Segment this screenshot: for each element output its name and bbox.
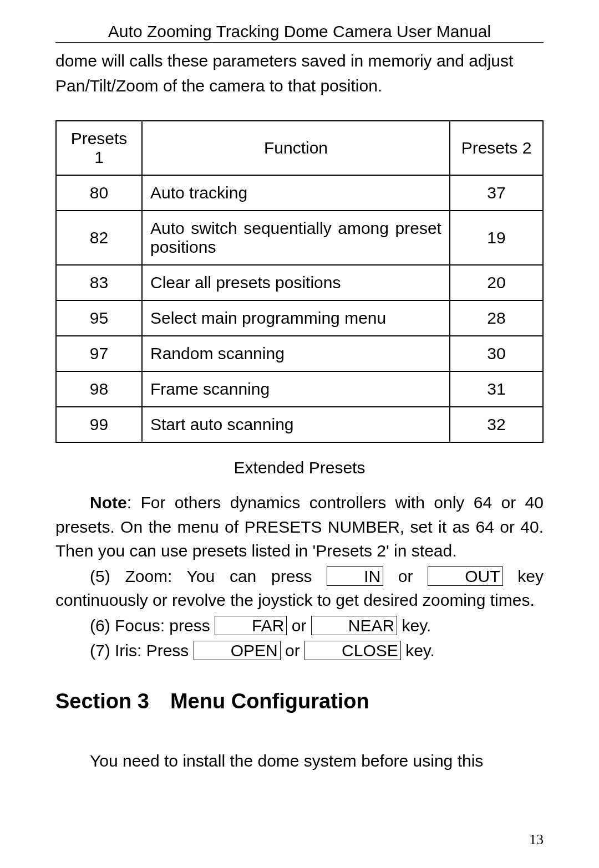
table-row: 83 Clear all presets positions 20 — [56, 265, 543, 300]
word: among — [338, 219, 389, 238]
cell-fn: Frame scanning — [142, 371, 450, 407]
cell-p1: 97 — [56, 336, 142, 371]
text: or — [383, 567, 428, 585]
cell-p1: 99 — [56, 407, 142, 442]
text: or — [287, 616, 311, 635]
page-number: 13 — [529, 831, 544, 848]
presets-table: Presets 1 Function Presets 2 80 Auto tra… — [55, 120, 544, 443]
note-paragraph: Note: For others dynamics controllers wi… — [55, 491, 544, 563]
cell-fn: Select main programming menu — [142, 300, 450, 336]
word: preset — [395, 219, 441, 238]
cell-p2: 19 — [450, 211, 543, 265]
table-row: 82 Auto switch sequentially among preset… — [56, 211, 543, 265]
cell-p1: 80 — [56, 175, 142, 211]
table-row: 95 Select main programming menu 28 — [56, 300, 543, 336]
step-5: (5) Zoom: You can press IN or OUT key co… — [55, 564, 544, 612]
keycap-out: OUT — [428, 566, 502, 586]
cell-p2: 30 — [450, 336, 543, 371]
text: key. — [397, 616, 431, 635]
section-intro: You need to install the dome system befo… — [55, 749, 544, 773]
cell-p1: 95 — [56, 300, 142, 336]
cell-fn: Start auto scanning — [142, 407, 450, 442]
keycap-near: NEAR — [311, 616, 397, 635]
text: key. — [401, 641, 435, 660]
cell-p1: 82 — [56, 211, 142, 265]
table-row: 98 Frame scanning 31 — [56, 371, 543, 407]
table-row: 80 Auto tracking 37 — [56, 175, 543, 211]
th-presets-2: Presets 2 — [450, 121, 543, 175]
page: Auto Zooming Tracking Dome Camera User M… — [0, 0, 599, 868]
step-6: (6) Focus: press FAR or NEAR key. — [55, 614, 544, 638]
step-7: (7) Iris: Press OPEN or CLOSE key. — [55, 639, 544, 663]
text: (7) Iris: Press — [90, 641, 194, 660]
cell-fn: Auto switch sequentially among preset po… — [142, 211, 450, 265]
keycap-close: CLOSE — [304, 641, 401, 660]
th-function: Function — [142, 121, 450, 175]
table-row: 97 Random scanning 30 — [56, 336, 543, 371]
keycap-open: OPEN — [194, 641, 281, 660]
cell-fn: Random scanning — [142, 336, 450, 371]
note-text: : For others dynamics controllers with o… — [55, 493, 544, 560]
keycap-in: IN — [327, 566, 383, 586]
table-caption: Extended Presets — [55, 458, 544, 477]
table-row: 99 Start auto scanning 32 — [56, 407, 543, 442]
cell-p2: 37 — [450, 175, 543, 211]
th-presets-1: Presets 1 — [56, 121, 142, 175]
word: Auto — [150, 219, 185, 238]
intro-paragraph: dome will calls these parameters saved i… — [55, 48, 544, 98]
word: positions — [150, 238, 216, 257]
cell-p2: 32 — [450, 407, 543, 442]
keycap-far: FAR — [215, 616, 287, 635]
cell-p2: 31 — [450, 371, 543, 407]
cell-p2: 28 — [450, 300, 543, 336]
cell-p1: 98 — [56, 371, 142, 407]
word: switch — [191, 219, 237, 238]
text: or — [281, 641, 304, 660]
header-rule — [55, 42, 544, 43]
cell-p2: 20 — [450, 265, 543, 300]
running-header: Auto Zooming Tracking Dome Camera User M… — [55, 22, 544, 41]
cell-p1: 83 — [56, 265, 142, 300]
text: (6) Focus: press — [90, 616, 215, 635]
cell-fn: Clear all presets positions — [142, 265, 450, 300]
note-label: Note — [90, 493, 127, 512]
cell-fn: Auto tracking — [142, 175, 450, 211]
table-header-row: Presets 1 Function Presets 2 — [56, 121, 543, 175]
text: (5) Zoom: You can press — [90, 567, 327, 585]
word: sequentially — [243, 219, 331, 238]
section-3-heading: Section 3 Menu Configuration — [55, 690, 544, 713]
